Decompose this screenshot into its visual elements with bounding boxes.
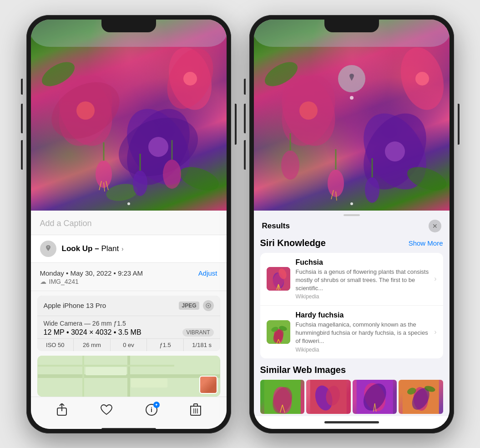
volume-down-button — [21, 140, 23, 170]
device-row: Apple iPhone 13 Pro JPEG — [37, 296, 220, 316]
hardy-fuchsia-name: Hardy fuchsia — [296, 311, 429, 319]
exif-focal: 26 mm — [74, 339, 111, 351]
hardy-fuchsia-desc: Fuchsia magellanica, commonly known as t… — [296, 321, 429, 346]
exif-row: ISO 50 26 mm 0 ev ƒ1.5 1/181 s — [37, 338, 220, 351]
hardy-fuchsia-thumbnail — [267, 320, 290, 344]
device-badges: JPEG — [179, 300, 213, 311]
photo-date: Monday • May 30, 2022 • 9:23 AM — [40, 269, 143, 277]
device-section: Apple iPhone 13 Pro JPEG — [37, 296, 220, 351]
photo-overlay-2 — [254, 20, 450, 211]
mute-button — [21, 79, 23, 95]
similar-image-1[interactable] — [260, 380, 305, 414]
metadata-section: Monday • May 30, 2022 • 9:23 AM Adjust ☁… — [31, 263, 227, 291]
home-indicator-2 — [324, 421, 379, 423]
like-button[interactable] — [100, 404, 113, 418]
home-indicator — [101, 428, 156, 429]
svg-rect-40 — [194, 404, 197, 406]
close-button[interactable]: ✕ — [429, 220, 441, 232]
vibrant-badge: VIBRANT — [182, 328, 213, 337]
phone-2-screen: Results ✕ Siri Knowledge Show More — [254, 20, 450, 429]
fuchsia-source: Wikipedia — [296, 293, 429, 300]
phones-container: Add a Caption Look Up – Plant › — [26, 15, 454, 433]
phone-2: Results ✕ Siri Knowledge Show More — [249, 15, 454, 433]
exif-ev: 0 ev — [111, 339, 147, 351]
adjust-button[interactable]: Adjust — [198, 269, 217, 277]
siri-visual-lookup-icon — [338, 65, 365, 92]
svg-text:i: i — [151, 406, 152, 413]
knowledge-card: Fuchsia Fuchsia is a genus of flowering … — [260, 253, 443, 358]
cloud-icon: ☁ — [40, 278, 46, 285]
results-panel: Results ✕ Siri Knowledge Show More — [254, 211, 450, 416]
map-photo-thumbnail — [199, 376, 217, 394]
similar-image-4[interactable] — [399, 380, 443, 414]
similar-title: Similar Web Images — [260, 365, 443, 375]
mute-button-2 — [244, 79, 246, 95]
home-bar-2 — [254, 416, 450, 429]
camera-mp: 12 MP • 3024 × 4032 • 3.5 MB — [44, 328, 141, 337]
photo-info-area: Add a Caption Look Up – Plant › — [31, 211, 227, 397]
siri-knowledge-title: Siri Knowledge — [260, 238, 326, 248]
hardy-fuchsia-text: Hardy fuchsia Fuchsia magellanica, commo… — [296, 311, 429, 353]
info-badge: ✦ — [153, 402, 160, 408]
power-button-2 — [458, 104, 460, 145]
notch-2 — [324, 20, 379, 32]
fuchsia-desc: Fuchsia is a genus of flowering plants t… — [296, 268, 429, 293]
fuchsia-chevron-icon: › — [434, 275, 436, 283]
fuchsia-text: Fuchsia Fuchsia is a genus of flowering … — [296, 258, 429, 300]
home-bar — [31, 428, 227, 429]
siri-dot — [350, 96, 354, 100]
volume-up-button-2 — [244, 104, 246, 133]
results-header: Results ✕ — [254, 216, 450, 238]
photo-page-dot — [127, 202, 130, 205]
results-title: Results — [262, 221, 290, 231]
camera-settings-icon[interactable] — [203, 300, 214, 311]
similar-images-section: Similar Web Images — [260, 365, 443, 414]
notch — [101, 20, 156, 32]
caption-placeholder[interactable]: Add a Caption — [40, 219, 92, 228]
exif-aperture: ƒ1.5 — [147, 339, 184, 351]
filename: IMG_4241 — [49, 278, 79, 285]
camera-specs: 12 MP • 3024 × 4032 • 3.5 MB VIBRANT — [44, 328, 214, 337]
lookup-label: Look Up – Plant › — [62, 244, 124, 253]
exif-iso: ISO 50 — [37, 339, 74, 351]
share-button[interactable] — [56, 403, 68, 419]
exif-shutter: 1/181 s — [184, 339, 220, 351]
photo-display-2 — [254, 20, 450, 211]
svg-point-63 — [350, 74, 353, 76]
delete-button[interactable] — [190, 403, 201, 419]
volume-up-button — [21, 104, 23, 133]
lookup-row[interactable]: Look Up – Plant › — [31, 235, 227, 263]
hardy-fuchsia-source: Wikipedia — [296, 347, 429, 353]
similar-image-2[interactable] — [306, 380, 351, 414]
similar-image-3[interactable] — [353, 380, 397, 414]
map-section[interactable] — [37, 356, 220, 397]
knowledge-item-fuchsia[interactable]: Fuchsia Fuchsia is a genus of flowering … — [260, 253, 443, 306]
svg-rect-32 — [86, 367, 126, 375]
photo-page-dot-2 — [350, 202, 353, 205]
bottom-toolbar: i ✦ — [31, 397, 227, 428]
camera-row: Wide Camera — 26 mm ƒ1.5 12 MP • 3024 × … — [37, 316, 220, 338]
results-content: Siri Knowledge Show More — [254, 238, 450, 416]
device-name: Apple iPhone 13 Pro — [44, 302, 106, 309]
jpeg-badge: JPEG — [179, 302, 199, 310]
knowledge-item-hardy-fuchsia[interactable]: Hardy fuchsia Fuchsia magellanica, commo… — [260, 306, 443, 358]
photo-overlay — [31, 20, 227, 211]
photo-display[interactable] — [31, 20, 227, 211]
phone-1: Add a Caption Look Up – Plant › — [26, 15, 231, 433]
lookup-icon — [40, 241, 56, 257]
filename-row: ☁ IMG_4241 — [40, 278, 217, 285]
caption-area[interactable]: Add a Caption — [31, 211, 227, 235]
siri-knowledge-header: Siri Knowledge Show More — [260, 238, 443, 248]
camera-info: Wide Camera — 26 mm ƒ1.5 — [44, 320, 214, 327]
info-button[interactable]: i ✦ — [145, 403, 158, 419]
similar-images-grid — [260, 380, 443, 414]
show-more-button[interactable]: Show More — [409, 239, 443, 247]
svg-point-24 — [47, 246, 49, 248]
fuchsia-thumbnail — [267, 267, 290, 291]
volume-down-button-2 — [244, 140, 246, 170]
svg-rect-33 — [131, 378, 167, 388]
phone-1-screen: Add a Caption Look Up – Plant › — [31, 20, 227, 429]
svg-point-26 — [207, 305, 209, 307]
power-button — [235, 104, 237, 145]
fuchsia-name: Fuchsia — [296, 258, 429, 267]
